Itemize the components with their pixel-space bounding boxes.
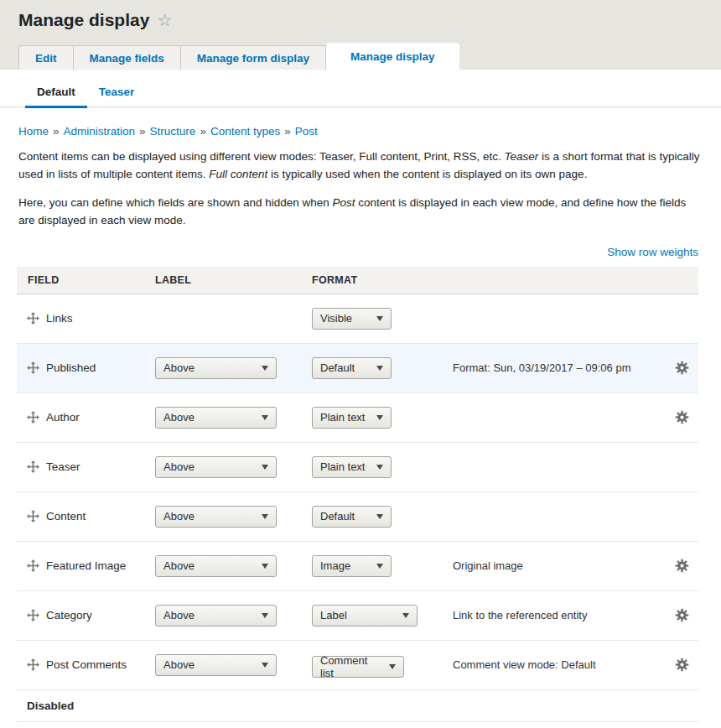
breadcrumb-link-post[interactable]: Post (295, 125, 318, 138)
format-select[interactable]: Plain text (312, 407, 392, 429)
format-select[interactable]: Label (312, 605, 418, 627)
chevron-down-icon (262, 366, 268, 371)
settings-button[interactable] (665, 410, 698, 424)
format-select[interactable]: Plain text (312, 456, 392, 478)
intro-paragraph-2: Here, you can define which fields are sh… (18, 195, 701, 230)
breadcrumb-link-home[interactable]: Home (18, 125, 49, 138)
breadcrumb-link-structure[interactable]: Structure (150, 125, 196, 138)
breadcrumb-separator: » (200, 125, 206, 138)
chevron-down-icon (402, 613, 409, 618)
format-select[interactable]: Image (312, 555, 392, 577)
column-header-label: LABEL (155, 274, 312, 286)
format-summary: Link to the referenced entity (453, 609, 665, 621)
label-select[interactable]: Above (155, 654, 277, 676)
chevron-down-icon (376, 514, 383, 519)
intro-text: Content items can be displayed using dif… (0, 148, 721, 230)
chevron-down-icon (262, 415, 268, 420)
table-row-author: Author Above Plain text (17, 393, 698, 443)
move-icon (27, 658, 39, 671)
format-select[interactable]: Comment list (312, 656, 404, 678)
breadcrumb: Home»Administration»Structure»Content ty… (0, 107, 721, 138)
chevron-down-icon (389, 664, 396, 669)
move-icon (27, 460, 39, 473)
disabled-section-header: Disabled (17, 690, 698, 722)
format-select[interactable]: Default (312, 357, 392, 379)
move-icon (27, 609, 39, 621)
table-row-category: Category Above Label Link to the referen… (17, 591, 698, 641)
chevron-down-icon (376, 465, 383, 470)
chevron-down-icon (262, 465, 268, 470)
move-icon (27, 361, 39, 374)
breadcrumb-separator: » (284, 125, 291, 138)
chevron-down-icon (376, 366, 383, 371)
table-row-teaser: Teaser Above Plain text (17, 443, 698, 492)
field-display-table: FIELD LABEL FORMAT Links Visible Publish… (17, 267, 698, 728)
format-summary: Format: Sun, 03/19/2017 – 09:06 pm (453, 361, 665, 374)
column-header-format: FORMAT (312, 274, 453, 286)
tab-manage-form-display[interactable]: Manage form display (181, 45, 326, 70)
drag-handle[interactable] (17, 361, 46, 374)
table-row-featured-image: Featured Image Above Image Original imag… (17, 542, 698, 591)
breadcrumb-link-administration[interactable]: Administration (64, 125, 136, 138)
settings-button[interactable] (665, 608, 698, 622)
move-icon (27, 411, 39, 424)
settings-button[interactable] (665, 361, 698, 375)
gear-icon (675, 361, 689, 375)
field-name: Author (46, 411, 155, 424)
label-select[interactable]: Above (155, 357, 277, 379)
disabled-empty-message: No field is hidden. (17, 722, 698, 728)
drag-handle[interactable] (17, 312, 46, 325)
format-select[interactable]: Default (312, 506, 392, 528)
move-icon (27, 559, 39, 572)
page-title: Manage display (18, 10, 149, 30)
field-name: Published (46, 361, 155, 374)
drag-handle[interactable] (17, 411, 46, 424)
drag-handle[interactable] (17, 609, 46, 621)
field-name: Content (46, 510, 155, 523)
tab-manage-fields[interactable]: Manage fields (74, 45, 181, 70)
gear-icon (675, 410, 689, 424)
chevron-down-icon (262, 613, 268, 618)
label-select[interactable]: Above (155, 605, 277, 627)
breadcrumb-separator: » (139, 125, 146, 138)
subtab-teaser[interactable]: Teaser (87, 81, 147, 107)
format-select[interactable]: Visible (312, 308, 392, 330)
column-header-field: FIELD (17, 274, 155, 286)
show-row-weights-link[interactable]: Show row weights (607, 246, 698, 258)
chevron-down-icon (376, 415, 383, 420)
chevron-down-icon (262, 663, 268, 668)
label-select[interactable]: Above (155, 407, 277, 429)
chevron-down-icon (376, 316, 383, 321)
table-row-published: Published Above Default Format: Sun, 03/… (17, 344, 698, 393)
primary-tabs: Edit Manage fields Manage form display M… (18, 43, 721, 70)
table-row-post-comments: Post Comments Above Comment list Comment… (17, 641, 698, 690)
breadcrumb-link-content-types[interactable]: Content types (210, 125, 280, 138)
drag-handle[interactable] (17, 510, 46, 523)
tab-manage-display[interactable]: Manage display (326, 43, 459, 70)
page-header: Manage display ☆ Edit Manage fields Mana… (0, 0, 721, 70)
field-name: Category (46, 609, 155, 621)
subtab-default[interactable]: Default (25, 81, 87, 107)
label-select[interactable]: Above (155, 506, 277, 528)
label-select[interactable]: Above (155, 456, 277, 478)
gear-icon (675, 608, 689, 622)
star-favorite-icon[interactable]: ☆ (157, 12, 172, 29)
move-icon (27, 312, 39, 325)
drag-handle[interactable] (17, 559, 46, 572)
chevron-down-icon (262, 514, 268, 519)
move-icon (27, 510, 39, 523)
field-name: Teaser (46, 460, 155, 473)
settings-button[interactable] (665, 559, 698, 573)
field-name: Links (46, 312, 155, 325)
settings-button[interactable] (665, 658, 698, 672)
view-mode-tabs: Default Teaser (0, 70, 721, 107)
drag-handle[interactable] (17, 460, 46, 473)
tab-edit[interactable]: Edit (18, 45, 74, 70)
drag-handle[interactable] (17, 658, 46, 671)
table-row-links: Links Visible (17, 294, 698, 344)
chevron-down-icon (262, 564, 268, 569)
intro-paragraph-1: Content items can be displayed using dif… (18, 148, 701, 184)
chevron-down-icon (376, 564, 383, 569)
gear-icon (675, 559, 689, 573)
label-select[interactable]: Above (155, 555, 277, 577)
